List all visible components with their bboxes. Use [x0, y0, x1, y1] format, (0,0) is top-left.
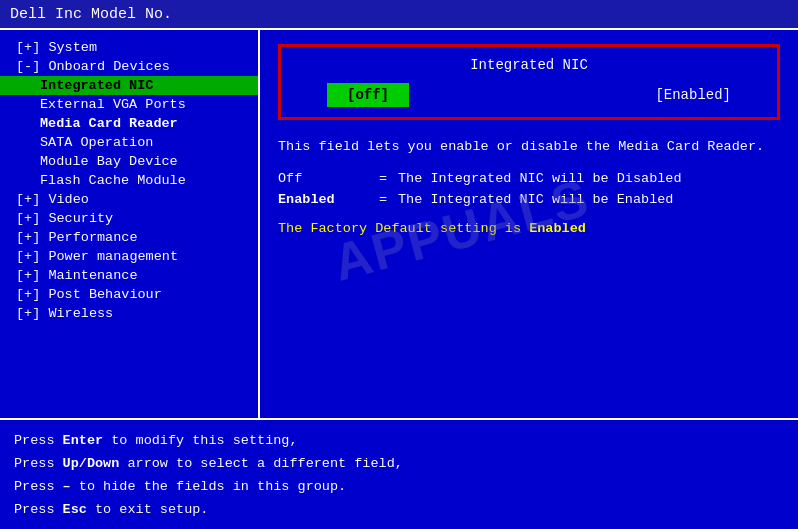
bottom-line-2: Press Up/Down arrow to select a differen…: [14, 453, 784, 476]
sidebar-item-performance[interactable]: [+] Performance: [0, 228, 258, 247]
key-minus: –: [63, 479, 71, 494]
left-panel: [+] System [-] Onboard Devices Integrate…: [0, 30, 260, 418]
sidebar-item-flash-cache[interactable]: Flash Cache Module: [0, 171, 258, 190]
option-eq-enabled: =: [368, 192, 398, 207]
sidebar-item-sata-operation[interactable]: SATA Operation: [0, 133, 258, 152]
right-panel: Integrated NIC [off] [Enabled] This fiel…: [260, 30, 798, 418]
nic-box: Integrated NIC [off] [Enabled]: [278, 44, 780, 120]
sidebar-item-external-vga[interactable]: External VGA Ports: [0, 95, 258, 114]
title-bar: Dell Inc Model No.: [0, 0, 798, 30]
sidebar-item-post-behaviour[interactable]: [+] Post Behaviour: [0, 285, 258, 304]
key-updown: Up/Down: [63, 456, 120, 471]
key-enter: Enter: [63, 433, 104, 448]
factory-default-prefix: The Factory Default setting is: [278, 221, 529, 236]
bottom-line-1: Press Enter to modify this setting,: [14, 430, 784, 453]
description: This field lets you enable or disable th…: [278, 138, 780, 157]
nic-title: Integrated NIC: [297, 57, 761, 73]
option-row-enabled: Enabled = The Integrated NIC will be Ena…: [278, 192, 780, 207]
bottom-line-4: Press Esc to exit setup.: [14, 499, 784, 522]
factory-default-value: Enabled: [529, 221, 586, 236]
sidebar-item-module-bay[interactable]: Module Bay Device: [0, 152, 258, 171]
nic-controls: [off] [Enabled]: [297, 83, 761, 107]
option-row-off: Off = The Integrated NIC will be Disable…: [278, 171, 780, 186]
sidebar-item-power-management[interactable]: [+] Power management: [0, 247, 258, 266]
option-eq-off: =: [368, 171, 398, 186]
option-val-enabled: The Integrated NIC will be Enabled: [398, 192, 673, 207]
sidebar-item-onboard-devices[interactable]: [-] Onboard Devices: [0, 57, 258, 76]
off-button[interactable]: [off]: [327, 83, 409, 107]
sidebar-item-media-card-reader[interactable]: Media Card Reader: [0, 114, 258, 133]
sidebar-item-security[interactable]: [+] Security: [0, 209, 258, 228]
factory-default: The Factory Default setting is Enabled: [278, 221, 780, 236]
option-key-off: Off: [278, 171, 368, 186]
sidebar-item-integrated-nic[interactable]: Integrated NIC: [0, 76, 258, 95]
sidebar-item-system[interactable]: [+] System: [0, 38, 258, 57]
key-esc: Esc: [63, 502, 87, 517]
sidebar-item-wireless[interactable]: [+] Wireless: [0, 304, 258, 323]
bottom-bar: Press Enter to modify this setting, Pres…: [0, 420, 798, 529]
option-key-enabled: Enabled: [278, 192, 368, 207]
main-layout: [+] System [-] Onboard Devices Integrate…: [0, 30, 798, 420]
title-text: Dell Inc Model No.: [10, 6, 172, 23]
option-val-off: The Integrated NIC will be Disabled: [398, 171, 682, 186]
sidebar-item-video[interactable]: [+] Video: [0, 190, 258, 209]
enabled-label: [Enabled]: [655, 87, 731, 103]
bottom-line-3: Press – to hide the fields in this group…: [14, 476, 784, 499]
sidebar-item-maintenance[interactable]: [+] Maintenance: [0, 266, 258, 285]
